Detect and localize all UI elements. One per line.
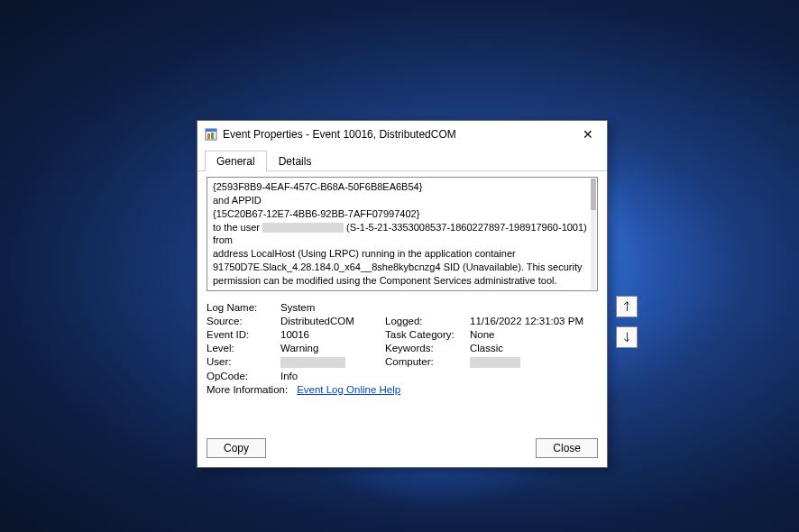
- close-icon[interactable]: ✕: [576, 126, 600, 142]
- logged-label: Logged:: [385, 316, 470, 326]
- desc-line: {15C20B67-12E7-4BB6-92BB-7AFF07997402}: [213, 207, 592, 221]
- task-category-label: Task Category:: [385, 329, 470, 340]
- app-icon: [205, 128, 217, 141]
- log-name-value: System: [280, 302, 598, 313]
- opcode-value: Info: [280, 371, 598, 381]
- redacted-computer-value: [470, 357, 520, 368]
- redacted-user-value: [280, 357, 345, 368]
- keywords-label: Keywords:: [385, 343, 470, 353]
- tab-content: {2593F8B9-4EAF-457C-B68A-50F6B8EA6B54} a…: [197, 171, 607, 404]
- titlebar: Event Properties - Event 10016, Distribu…: [197, 121, 607, 148]
- event-description[interactable]: {2593F8B9-4EAF-457C-B68A-50F6B8EA6B54} a…: [207, 177, 598, 291]
- keywords-value: Classic: [470, 343, 598, 353]
- computer-label: Computer:: [385, 356, 470, 368]
- copy-button[interactable]: Copy: [207, 438, 266, 458]
- tab-details[interactable]: Details: [267, 151, 324, 171]
- opcode-label: OpCode:: [207, 371, 280, 381]
- window-title: Event Properties - Event 10016, Distribu…: [223, 128, 576, 141]
- arrow-up-icon: 🡑: [621, 300, 633, 314]
- desc-line: {2593F8B9-4EAF-457C-B68A-50F6B8EA6B54}: [213, 180, 592, 194]
- desc-line: address LocalHost (Using LRPC) running i…: [213, 247, 592, 288]
- scrollbar[interactable]: [591, 179, 596, 289]
- event-properties-dialog: Event Properties - Event 10016, Distribu…: [197, 120, 608, 468]
- close-button[interactable]: Close: [536, 438, 598, 458]
- svg-rect-2: [207, 133, 210, 139]
- navigation-arrows: 🡑 🡓: [616, 296, 638, 348]
- more-information-row: More Information: Event Log Online Help: [207, 384, 598, 395]
- event-id-value: 10016: [280, 329, 385, 340]
- event-id-label: Event ID:: [207, 329, 280, 340]
- svg-rect-1: [206, 129, 216, 132]
- redacted-user: [262, 223, 344, 233]
- computer-value: [470, 356, 598, 368]
- desc-line: and APPID: [213, 194, 592, 207]
- tab-general[interactable]: General: [205, 151, 267, 171]
- previous-event-button[interactable]: 🡑: [616, 296, 638, 317]
- user-value: [280, 356, 385, 368]
- level-value: Warning: [280, 343, 385, 353]
- next-event-button[interactable]: 🡓: [616, 326, 638, 348]
- logged-value: 11/16/2022 12:31:03 PM: [470, 316, 598, 326]
- arrow-down-icon: 🡓: [621, 331, 633, 344]
- event-properties-grid: Log Name: System Source: DistributedCOM …: [207, 302, 598, 381]
- log-name-label: Log Name:: [207, 302, 280, 313]
- source-value: DistributedCOM: [280, 316, 385, 326]
- tab-bar: General Details: [197, 150, 607, 171]
- dialog-buttons: Copy Close: [197, 429, 607, 467]
- user-label: User:: [207, 356, 280, 368]
- event-log-online-help-link[interactable]: Event Log Online Help: [297, 384, 400, 395]
- task-category-value: None: [470, 329, 598, 340]
- level-label: Level:: [207, 343, 280, 353]
- svg-rect-3: [211, 133, 214, 139]
- desc-line: to the user (S-1-5-21-3353008537-1860227…: [213, 221, 592, 248]
- source-label: Source:: [207, 316, 280, 326]
- more-info-label: More Information:: [207, 384, 288, 395]
